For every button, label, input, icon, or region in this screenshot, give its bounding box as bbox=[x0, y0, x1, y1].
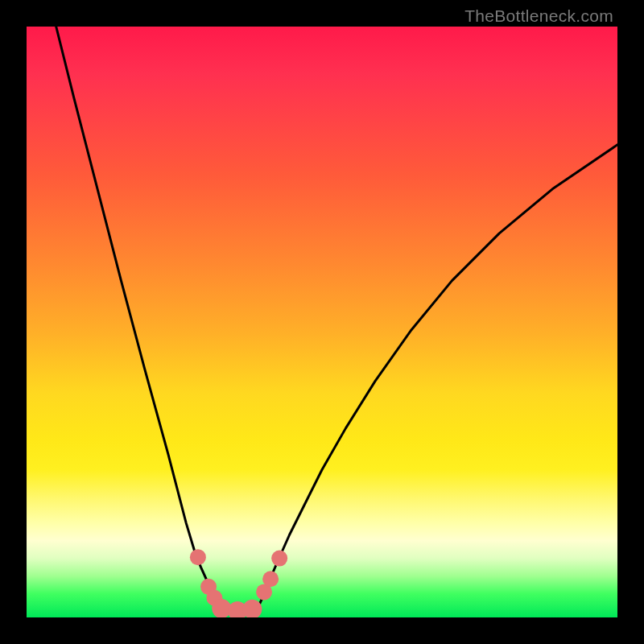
marker-dot-8 bbox=[271, 551, 287, 567]
marker-dots bbox=[190, 549, 287, 617]
marker-dot-7 bbox=[262, 571, 279, 587]
plot-area bbox=[27, 27, 617, 617]
watermark-text: TheBottleneck.com bbox=[464, 6, 613, 26]
curve-lines bbox=[56, 27, 617, 617]
chart-svg bbox=[27, 27, 617, 617]
chart-frame: TheBottleneck.com bbox=[0, 0, 644, 644]
curve-right-curve bbox=[254, 145, 617, 617]
curve-left-curve bbox=[56, 27, 222, 617]
marker-dot-0 bbox=[190, 549, 206, 565]
